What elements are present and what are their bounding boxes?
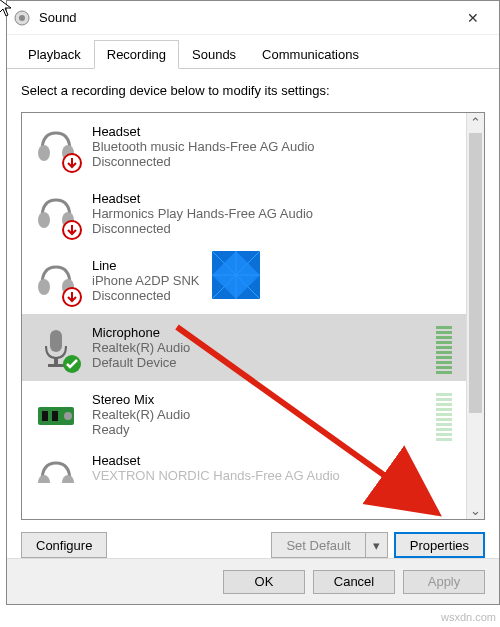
tab-label: Recording <box>107 47 166 62</box>
check-badge-icon <box>62 354 82 374</box>
headset-icon <box>32 123 80 171</box>
level-meter <box>436 322 452 374</box>
device-text: Headset VEXTRON NORDIC Hands-Free AG Aud… <box>92 453 456 483</box>
down-arrow-badge-icon <box>62 287 82 307</box>
tab-label: Playback <box>28 47 81 62</box>
svg-rect-12 <box>50 330 62 352</box>
device-description: Realtek(R) Audio <box>92 340 424 355</box>
device-name: Line <box>92 258 456 273</box>
dialog-button-row: OK Cancel Apply <box>7 558 499 604</box>
headset-icon <box>32 190 80 238</box>
scroll-thumb[interactable] <box>469 133 482 413</box>
soundcard-icon <box>32 391 80 439</box>
chevron-down-icon: ▾ <box>373 538 380 553</box>
ok-button[interactable]: OK <box>223 570 305 594</box>
button-label: Cancel <box>334 574 374 589</box>
scroll-up-button[interactable]: ⌃ <box>467 113 484 131</box>
button-label: Apply <box>428 574 461 589</box>
sound-icon <box>13 9 31 27</box>
device-item-headset[interactable]: Headset VEXTRON NORDIC Hands-Free AG Aud… <box>22 448 466 488</box>
device-name: Stereo Mix <box>92 392 424 407</box>
device-status: Disconnected <box>92 154 456 169</box>
device-name: Headset <box>92 453 456 468</box>
chevron-down-icon: ⌄ <box>470 503 481 518</box>
svg-point-5 <box>38 212 50 228</box>
svg-point-2 <box>38 145 50 161</box>
device-description: Harmonics Play Hands-Free AG Audio <box>92 206 456 221</box>
watermark: wsxdn.com <box>441 611 496 623</box>
device-text: Stereo Mix Realtek(R) Audio Ready <box>92 392 424 437</box>
sound-dialog: Sound ✕ Playback Recording Sounds Commun… <box>6 0 500 605</box>
level-meter <box>436 389 452 441</box>
button-label: OK <box>255 574 274 589</box>
svg-rect-17 <box>42 411 48 421</box>
device-item-headset[interactable]: Headset Harmonics Play Hands-Free AG Aud… <box>22 180 466 247</box>
device-item-stereomix[interactable]: Stereo Mix Realtek(R) Audio Ready <box>22 381 466 448</box>
device-item-line[interactable]: Line iPhone A2DP SNK Disconnected <box>22 247 466 314</box>
scroll-down-button[interactable]: ⌄ <box>467 501 484 519</box>
tab-communications[interactable]: Communications <box>249 40 372 69</box>
down-arrow-badge-icon <box>62 220 82 240</box>
cursor-icon <box>0 0 14 21</box>
cancel-button[interactable]: Cancel <box>313 570 395 594</box>
window-title: Sound <box>39 10 453 25</box>
button-label: Set Default <box>286 538 350 553</box>
tab-content: Select a recording device below to modif… <box>7 69 499 572</box>
apply-button[interactable]: Apply <box>403 570 485 594</box>
configure-button[interactable]: Configure <box>21 532 107 558</box>
instruction-text: Select a recording device below to modif… <box>21 83 485 98</box>
device-description: Realtek(R) Audio <box>92 407 424 422</box>
device-description: Bluetooth music Hands-Free AG Audio <box>92 139 456 154</box>
device-text: Line iPhone A2DP SNK Disconnected <box>92 258 456 303</box>
svg-point-8 <box>38 279 50 295</box>
device-status: Disconnected <box>92 288 456 303</box>
device-text: Headset Harmonics Play Hands-Free AG Aud… <box>92 191 456 236</box>
device-name: Microphone <box>92 325 424 340</box>
properties-button[interactable]: Properties <box>394 532 485 558</box>
svg-rect-18 <box>52 411 58 421</box>
blue-overlay-icon <box>212 251 260 299</box>
microphone-icon <box>32 324 80 372</box>
device-list[interactable]: Headset Bluetooth music Hands-Free AG Au… <box>22 113 466 519</box>
tab-label: Communications <box>262 47 359 62</box>
button-label: Properties <box>410 538 469 553</box>
set-default-button[interactable]: Set Default <box>271 532 365 558</box>
device-description: VEXTRON NORDIC Hands-Free AG Audio <box>92 468 456 483</box>
tab-bar: Playback Recording Sounds Communications <box>7 35 499 69</box>
svg-point-21 <box>62 475 74 483</box>
svg-point-1 <box>19 15 25 21</box>
chevron-up-icon: ⌃ <box>470 115 481 130</box>
device-item-microphone[interactable]: Microphone Realtek(R) Audio Default Devi… <box>22 314 466 381</box>
headset-icon <box>32 453 80 483</box>
tab-playback[interactable]: Playback <box>15 40 94 69</box>
tab-sounds[interactable]: Sounds <box>179 40 249 69</box>
down-arrow-badge-icon <box>62 153 82 173</box>
device-description: iPhone A2DP SNK <box>92 273 456 288</box>
device-status: Disconnected <box>92 221 456 236</box>
close-button[interactable]: ✕ <box>453 4 493 32</box>
svg-point-20 <box>38 475 50 483</box>
scroll-track[interactable] <box>467 131 484 501</box>
device-name: Headset <box>92 191 456 206</box>
svg-rect-13 <box>54 358 58 364</box>
headset-icon <box>32 257 80 305</box>
action-row: Configure Set Default ▾ Properties <box>21 532 485 558</box>
device-list-container: Headset Bluetooth music Hands-Free AG Au… <box>21 112 485 520</box>
button-label: Configure <box>36 538 92 553</box>
device-item-headset[interactable]: Headset Bluetooth music Hands-Free AG Au… <box>22 113 466 180</box>
close-icon: ✕ <box>467 10 479 26</box>
scrollbar[interactable]: ⌃ ⌄ <box>466 113 484 519</box>
set-default-dropdown[interactable]: ▾ <box>366 532 388 558</box>
titlebar: Sound ✕ <box>7 1 499 35</box>
tab-label: Sounds <box>192 47 236 62</box>
device-text: Microphone Realtek(R) Audio Default Devi… <box>92 325 424 370</box>
device-status: Default Device <box>92 355 424 370</box>
device-text: Headset Bluetooth music Hands-Free AG Au… <box>92 124 456 169</box>
tab-recording[interactable]: Recording <box>94 40 179 69</box>
device-status: Ready <box>92 422 424 437</box>
device-name: Headset <box>92 124 456 139</box>
svg-point-19 <box>64 412 72 420</box>
